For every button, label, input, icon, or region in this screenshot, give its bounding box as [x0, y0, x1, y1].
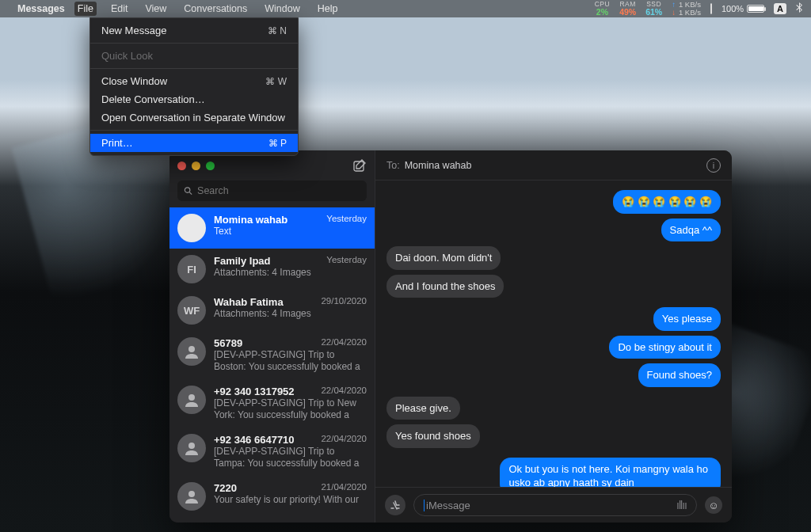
menu-item-label: Close Window [101, 75, 167, 87]
conversation-name: Family Ipad [214, 255, 271, 267]
conversation-item[interactable]: WFWahab Fatima29/10/2020Attachments: 4 I… [169, 290, 375, 331]
cpu-stat: CPU 2% [595, 1, 610, 17]
download-icon: ↓ [672, 9, 676, 17]
svg-point-5 [188, 443, 195, 449]
conversation-time: 22/04/2020 [321, 434, 367, 446]
network-stat: ↑1 KB/s ↓1 KB/s [672, 1, 701, 17]
messages-window: Momina wahabYesterdayTextFIFamily IpadYe… [169, 150, 732, 522]
file-menu-dropdown: New Message⌘ NQuick LookClose Window⌘ WD… [89, 17, 299, 156]
search-icon [184, 186, 192, 196]
conversation-name: +92 346 6647710 [214, 434, 295, 446]
sent-message[interactable]: Sadqa ^^ [661, 218, 721, 242]
conversation-preview: Attachments: 4 Images [214, 308, 367, 320]
app-name[interactable]: Messages [17, 3, 65, 14]
to-label: To: [386, 160, 400, 171]
conversation-preview: [DEV-APP-STAGING] Trip to New York: You … [214, 397, 367, 421]
conversation-preview: Attachments: 4 Images [214, 267, 367, 279]
search-field[interactable] [177, 180, 367, 201]
close-window-button[interactable] [177, 162, 186, 170]
conversation-time: Yesterday [326, 214, 367, 226]
received-message[interactable]: Dai doon. Mom didn't [386, 246, 501, 270]
conversation-item[interactable]: +92 346 664771022/04/2020[DEV-APP-STAGIN… [169, 428, 375, 476]
menu-item-label: Delete Conversation… [101, 93, 205, 105]
conversation-item[interactable]: 722021/04/2020Your safety is our priorit… [169, 476, 375, 517]
conversation-item[interactable]: 5678922/04/2020[DEV-APP-STAGING] Trip to… [169, 331, 375, 379]
conversation-name: Momina wahab [214, 214, 287, 226]
conversation-time: 29/10/2020 [321, 296, 367, 308]
menu-item-label: Open Conversation in Separate Window [101, 112, 285, 124]
conversation-item[interactable]: FIFamily IpadYesterdayAttachments: 4 Ima… [169, 249, 375, 290]
bluetooth-icon[interactable] [796, 2, 803, 16]
avatar [177, 386, 206, 414]
battery-icon [747, 5, 764, 13]
sent-message[interactable]: 😭 😭 😭 😭 😭 😭 [613, 190, 721, 214]
menu-window[interactable]: Window [261, 2, 303, 16]
menu-item-close-window[interactable]: Close Window⌘ W [90, 72, 298, 90]
conversation-item[interactable]: Momina wahabYesterdayText [169, 207, 375, 249]
conversation-list: Momina wahabYesterdayTextFIFamily IpadYe… [169, 207, 375, 522]
sent-message[interactable]: Do be stingy about it [609, 336, 721, 359]
svg-point-6 [188, 491, 195, 497]
ram-value: 49% [619, 8, 636, 17]
conversation-preview: [DEV-APP-STAGING] Trip to Boston: You su… [214, 349, 367, 373]
message-input[interactable]: iMessage ıllıı [413, 494, 697, 516]
menu-view[interactable]: View [142, 2, 169, 16]
battery-status[interactable]: 100% [722, 4, 764, 13]
zoom-window-button[interactable] [206, 162, 215, 170]
sidebar: Momina wahabYesterdayTextFIFamily IpadYe… [169, 150, 375, 522]
chat-recipient[interactable]: Momina wahab [405, 160, 472, 171]
conversation-item[interactable]: +92 340 131795222/04/2020[DEV-APP-STAGIN… [169, 379, 375, 428]
minimize-window-button[interactable] [192, 162, 200, 170]
traffic-lights [177, 162, 215, 170]
status-area: CPU 2% RAM 49% SSD 61% ↑1 KB/s ↓1 KB/s 1… [595, 1, 803, 17]
ssd-stat: SSD 61% [645, 1, 662, 17]
sent-message[interactable]: Found shoes? [638, 363, 721, 387]
menu-item-shortcut: ⌘ P [268, 138, 287, 149]
compose-button[interactable] [353, 159, 367, 173]
battery-percent: 100% [722, 4, 744, 13]
menu-edit[interactable]: Edit [108, 2, 131, 16]
menu-separator [90, 43, 298, 44]
menu-item-label: New Message [101, 25, 166, 36]
sent-message[interactable]: Yes please [653, 307, 721, 331]
menubar: Messages FileEditViewConversationsWindow… [0, 0, 811, 17]
received-message[interactable]: Please give. [386, 397, 460, 420]
conversation-time: 22/04/2020 [321, 386, 367, 397]
menu-conversations[interactable]: Conversations [181, 2, 250, 16]
message-placeholder: iMessage [426, 500, 676, 511]
received-message[interactable]: And I found the shoes [386, 275, 504, 298]
conversation-preview: [DEV-APP-STAGING] Trip to Tampa: You suc… [214, 446, 367, 469]
emoji-picker-button[interactable]: ☺ [705, 496, 722, 514]
menu-separator [90, 130, 298, 131]
menu-item-new-message[interactable]: New Message⌘ N [90, 21, 298, 40]
menu-item-quick-look: Quick Look [90, 47, 298, 65]
ram-stat: RAM 49% [619, 1, 636, 17]
conversation-name: 7220 [214, 482, 237, 494]
search-input[interactable] [197, 185, 360, 196]
svg-point-1 [185, 188, 189, 192]
ssd-value: 61% [645, 8, 662, 17]
app-store-button[interactable] [385, 495, 406, 515]
menu-file[interactable]: File [74, 2, 97, 16]
conversation-preview: Your safety is our priority! With our [214, 494, 367, 506]
menu-item-open-conversation-in-separate-window[interactable]: Open Conversation in Separate Window [90, 108, 298, 127]
chat-header: To: Momina wahab i [375, 150, 732, 180]
net-down: 1 KB/s [679, 9, 701, 17]
svg-line-2 [189, 192, 192, 195]
menu-item-label: Print… [101, 137, 133, 149]
svg-point-4 [188, 394, 195, 401]
input-source-badge[interactable]: A [774, 3, 786, 14]
menu-item-print[interactable]: Print…⌘ P [90, 134, 298, 152]
chat-pane: To: Momina wahab i 😭 😭 😭 😭 😭 😭Sadqa ^^Da… [375, 150, 732, 522]
details-button[interactable]: i [706, 158, 721, 173]
received-message[interactable]: Yes found shoes [386, 424, 480, 448]
mouse-icon [710, 4, 712, 13]
audio-message-icon[interactable]: ıllıı [676, 499, 687, 511]
menu-item-delete-conversation[interactable]: Delete Conversation… [90, 90, 298, 108]
conversation-name: +92 340 1317952 [214, 386, 295, 397]
avatar [177, 482, 206, 511]
avatar [177, 214, 206, 242]
menu-separator [90, 68, 298, 69]
sent-message[interactable]: Ok but you is not here. Koi mangny wala … [500, 458, 721, 487]
menu-help[interactable]: Help [314, 2, 341, 16]
